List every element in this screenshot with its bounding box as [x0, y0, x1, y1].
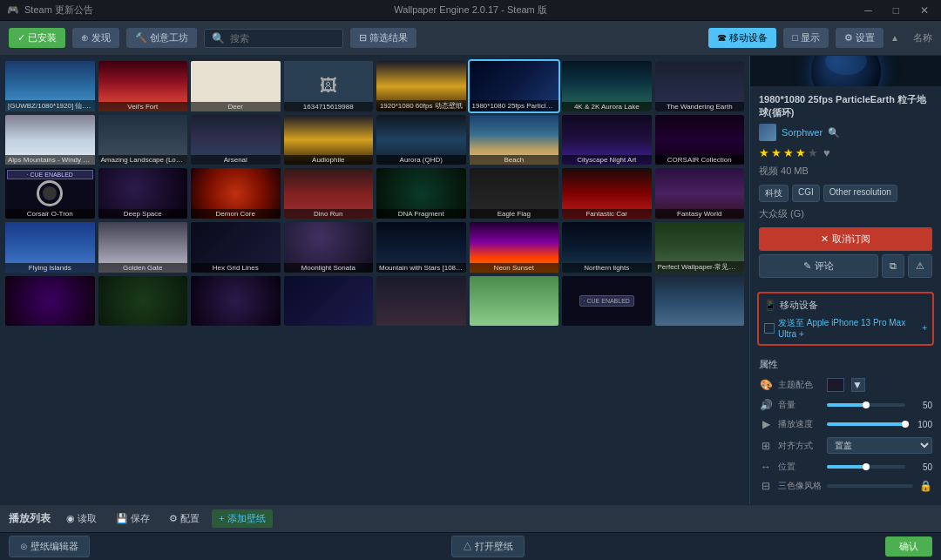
comment-btn[interactable]: ✎ 评论	[759, 254, 878, 278]
mobile-device-btn[interactable]: ☎ 移动设备	[708, 28, 776, 48]
author-name[interactable]: Sorphwer	[782, 127, 823, 138]
search-box: 🔍	[204, 29, 343, 48]
detail-section: 1980*1080 25fps ParticleEarth 粒子地球(循环) S…	[750, 86, 941, 292]
heart-icon[interactable]: ♥	[823, 146, 830, 159]
wallpaper-item[interactable]: Fantastic Car	[562, 168, 652, 219]
extra-label: 三色像风格	[778, 480, 822, 492]
wallpaper-item[interactable]: Deep Space	[98, 168, 188, 219]
playback-row: ▶ 播放速度 100	[759, 418, 932, 430]
wallpaper-item[interactable]: Veil's Fort	[98, 61, 188, 111]
wallpaper-item[interactable]: Eagle Flag	[470, 168, 559, 219]
wallpaper-item[interactable]	[191, 276, 281, 327]
alignment-dropdown[interactable]: 置盖	[827, 437, 932, 454]
author-search-icon[interactable]: 🔍	[828, 127, 840, 138]
position-slider-fill	[827, 465, 866, 469]
close-btn[interactable]: ✕	[915, 3, 934, 18]
wallpaper-item[interactable]: 🏆Perfect Wallpaper-常见壁纸[落樱粒子+多风格动态音频]	[655, 222, 745, 273]
device-checkbox[interactable]	[764, 323, 775, 334]
unsubscribe-btn[interactable]: ✕ 取消订阅	[759, 227, 932, 251]
filter-btn[interactable]: ⊟ 筛选结果	[350, 28, 416, 48]
wallpaper-item[interactable]: CORSAIR Collection	[655, 115, 745, 165]
wallpaper-item[interactable]: Mountain with Stars [1080p 60FPS]	[376, 222, 466, 273]
wallpaper-label: Alps Mountains - Windy & Snowing	[5, 155, 95, 165]
tag[interactable]: 科技	[759, 185, 789, 202]
warn-btn[interactable]: ⚠	[908, 254, 932, 278]
wallpaper-item[interactable]: Aurora (QHD)	[376, 115, 466, 165]
save-btn[interactable]: 💾 保存	[109, 509, 157, 528]
wallpaper-item[interactable]: Cityscape Night Art	[562, 115, 652, 165]
extra-prop-row: ⊟ 三色像风格 🔒	[759, 480, 932, 492]
bottom-bar: 播放列表 ◉ 读取 💾 保存 ⚙ 配置 + 添加壁纸	[0, 504, 941, 532]
tag[interactable]: CGI	[792, 185, 820, 202]
wallpaper-item[interactable]: · CUE ENABLED	[562, 276, 652, 327]
minimize-btn[interactable]: ─	[859, 3, 877, 18]
wallpaper-label: The Wandering Earth	[655, 102, 745, 111]
align-icon: ⊞	[759, 440, 773, 452]
wallpaper-item[interactable]	[376, 276, 466, 327]
wallpaper-item[interactable]: DNA Fragment	[376, 168, 466, 219]
wallpaper-item[interactable]	[470, 276, 559, 327]
wallpaper-item[interactable]: Northern lights	[562, 222, 652, 273]
wallpaper-item[interactable]: 1920*1080 60fps 动态壁纸	[376, 61, 466, 111]
wallpaper-item[interactable]: Neon Sunset	[470, 222, 559, 273]
wallpaper-label: Corsair O-Tron	[5, 209, 95, 219]
wallpaper-item[interactable]: Audiophile	[284, 115, 374, 165]
send-to-device[interactable]: 发送至 Apple iPhone 13 Pro Max Ultra + +	[764, 317, 927, 339]
wallpaper-grid: 🏆[GUWBZ/1080*1920] 仙...公主 (循环/橙色) 循环动态Ve…	[5, 61, 744, 326]
volume-slider[interactable]	[827, 403, 905, 407]
wallpaper-item[interactable]: 🏆Flying Islands	[5, 222, 95, 273]
wallpaper-item[interactable]	[655, 276, 745, 327]
search-icon: 🔍	[212, 32, 225, 44]
edit-wallpaper-btn[interactable]: ⊙ 壁纸编辑器	[9, 536, 90, 557]
open-wallpaper-btn[interactable]: △ 打开壁纸	[451, 536, 525, 557]
maximize-btn[interactable]: □	[888, 3, 904, 18]
playlist-label: 播放列表	[9, 511, 51, 526]
alignment-label: 对齐方式	[778, 440, 822, 452]
discover-btn[interactable]: ⊕ 发现	[72, 28, 119, 48]
wallpaper-item[interactable]: Dino Run	[284, 168, 374, 219]
display-btn[interactable]: □ 显示	[783, 28, 829, 48]
config-btn[interactable]: ⚙ 配置	[162, 509, 206, 528]
playback-slider-handle[interactable]	[902, 421, 909, 428]
playback-slider[interactable]	[827, 422, 905, 426]
wallpaper-item[interactable]: 🏆Alps Mountains - Windy & Snowing	[5, 115, 95, 165]
wallpaper-item[interactable]: The Wandering Earth	[655, 61, 745, 111]
wallpaper-item[interactable]: Fantasy World	[655, 168, 745, 219]
wallpaper-item[interactable]: Hex Grid Lines	[191, 222, 281, 273]
wallpaper-item[interactable]: Moonlight Sonata	[284, 222, 374, 273]
wallpaper-item[interactable]: Arsenal	[191, 115, 281, 165]
wallpaper-item[interactable]	[5, 276, 95, 327]
wallpaper-item[interactable]: 1980*1080 25fps ParticleEarth 粒子地球(循环版)	[470, 61, 559, 111]
wallpaper-label: 4K & 2K Aurora Lake	[562, 102, 652, 111]
volume-slider-handle[interactable]	[863, 401, 870, 408]
theme-color-btn[interactable]: ▼	[851, 378, 865, 392]
wallpaper-item[interactable]	[284, 276, 374, 327]
position-slider-handle[interactable]	[863, 463, 870, 470]
wallpaper-item[interactable]: Demon Core	[191, 168, 281, 219]
workshop-btn[interactable]: 🔨 创意工坊	[126, 28, 197, 48]
copy-btn[interactable]: ⧉	[882, 254, 904, 278]
wallpaper-item[interactable]: 4K & 2K Aurora Lake	[562, 61, 652, 111]
wallpaper-item[interactable]: 🏆Golden Gate	[98, 222, 188, 273]
wallpaper-item[interactable]: Amazing Landscape (Low CPU + Music)	[98, 115, 188, 165]
settings-btn[interactable]: ⚙ 设置	[836, 28, 883, 48]
wallpaper-item[interactable]: 🏆[GUWBZ/1080*1920] 仙...公主 (循环/橙色) 循环动态	[5, 61, 95, 111]
wallpaper-item[interactable]: 🖼1634715619988	[284, 61, 374, 111]
app-icon: 🎮	[7, 4, 19, 16]
add-wallpaper-btn[interactable]: + 添加壁纸	[212, 509, 272, 528]
theme-color-picker[interactable]	[827, 378, 844, 392]
install-btn[interactable]: ✓ 已安装	[9, 28, 65, 48]
wallpaper-item[interactable]: Beach	[470, 115, 559, 165]
wallpaper-item[interactable]: · CUE ENABLEDCorsair O-Tron	[5, 168, 95, 219]
playback-label: 播放速度	[778, 418, 822, 430]
read-btn[interactable]: ◉ 读取	[59, 509, 104, 528]
wallpaper-item[interactable]: Deer	[191, 61, 281, 111]
position-slider[interactable]	[827, 465, 905, 469]
star5: ★	[808, 146, 818, 159]
tag[interactable]: Other resolution	[823, 185, 897, 202]
confirm-btn[interactable]: 确认	[885, 536, 932, 557]
extra-slider[interactable]	[827, 484, 913, 488]
wallpaper-item[interactable]	[98, 276, 188, 327]
search-input[interactable]	[230, 33, 335, 44]
lock-icon: 🔒	[918, 480, 932, 492]
